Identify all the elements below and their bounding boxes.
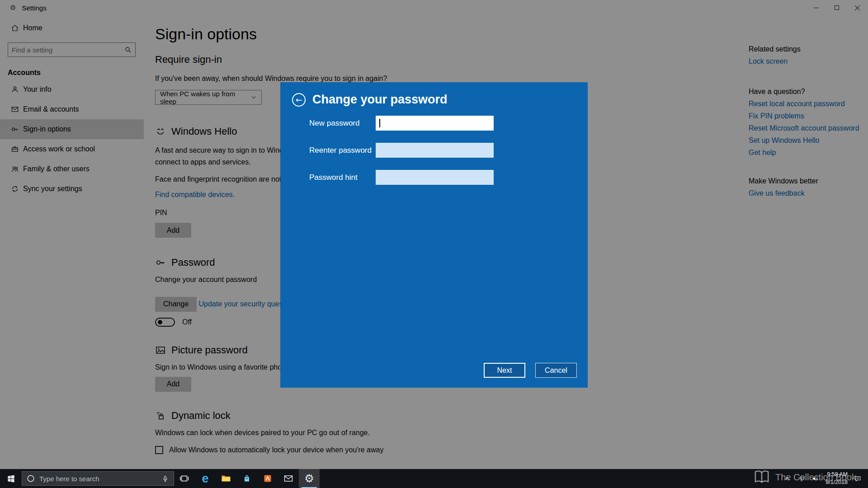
window-title: Settings (22, 4, 46, 12)
lock-signal-icon (155, 410, 166, 421)
reset-microsoft-account-password-link[interactable]: Reset Microsoft account password (749, 124, 862, 132)
dropdown-selected-value: When PC wakes up from sleep (160, 90, 251, 105)
store-icon (241, 473, 252, 484)
windows-hello-heading: Windows Hello (171, 126, 237, 137)
settings-search-input[interactable] (8, 46, 124, 54)
toggle-state-label: Off (182, 316, 192, 328)
dynamic-lock-heading-row: Dynamic lock (155, 410, 612, 422)
new-password-label: New password (309, 119, 376, 128)
dynamic-lock-desc: Windows can lock when devices paired to … (155, 427, 612, 439)
sidebar-item-your-info[interactable]: Your info (0, 80, 144, 99)
security-questions-toggle[interactable] (155, 318, 175, 327)
sidebar-section-accounts: Accounts (8, 69, 144, 77)
back-arrow-icon[interactable]: ← (292, 93, 306, 107)
sidebar-item-access-work-school[interactable]: Access work or school (0, 139, 144, 159)
volume-icon[interactable] (811, 475, 819, 483)
require-sign-in-dropdown[interactable]: When PC wakes up from sleep (155, 90, 262, 105)
minimize-button[interactable] (806, 0, 826, 15)
edge-button[interactable]: e (195, 469, 216, 488)
people-icon (11, 165, 19, 173)
reset-local-account-password-link[interactable]: Reset local account password (749, 100, 862, 108)
mail-icon (283, 473, 294, 484)
dialog-title: Change your password (312, 93, 448, 107)
lock-screen-link[interactable]: Lock screen (749, 57, 862, 65)
titlebar: ⚙ Settings (0, 0, 868, 15)
sidebar-item-sync-your-settings[interactable]: Sync your settings (0, 179, 144, 199)
dynamic-lock-heading: Dynamic lock (171, 410, 231, 422)
picture-icon (155, 345, 166, 356)
close-icon (855, 5, 860, 10)
sidebar-home-label: Home (23, 24, 42, 32)
related-settings-heading: Related settings (749, 45, 862, 53)
sidebar: Home Accounts Your info Email & accounts… (0, 15, 144, 469)
fix-pin-problems-link[interactable]: Fix PIN problems (749, 112, 862, 120)
pin-add-button[interactable]: Add (155, 223, 191, 238)
taskbar-clock[interactable]: 9:58 AM 9/1/2018 (826, 471, 848, 486)
sidebar-item-sign-in-options[interactable]: Sign-in options (0, 119, 144, 139)
get-help-link[interactable]: Get help (749, 149, 862, 156)
search-icon (124, 46, 132, 53)
page-title: Sign-in options (155, 25, 612, 43)
password-change-button[interactable]: Change (155, 297, 197, 312)
close-button[interactable] (847, 0, 868, 15)
task-view-button[interactable] (174, 469, 195, 488)
microphone-icon[interactable] (161, 475, 169, 483)
file-explorer-icon (221, 473, 231, 484)
password-hint-row: Password hint (280, 170, 588, 185)
taskbar-search-input[interactable] (39, 475, 159, 483)
text-caret (379, 119, 380, 127)
store-button[interactable] (236, 469, 257, 488)
edge-icon: e (202, 473, 208, 485)
network-icon[interactable] (797, 475, 805, 483)
give-us-feedback-link[interactable]: Give us feedback (749, 189, 862, 197)
sidebar-item-label: Sign-in options (23, 125, 71, 133)
clock-date: 9/1/2018 (826, 479, 848, 486)
person-icon (11, 85, 19, 94)
desktop: ⚙ Settings Home Accounts Your info (0, 0, 868, 488)
dynamic-lock-checkbox[interactable] (155, 446, 163, 454)
cancel-button[interactable]: Cancel (535, 363, 577, 378)
picture-password-heading: Picture password (171, 344, 248, 356)
change-password-dialog: ← Change your password New password Reen… (280, 82, 588, 388)
mail-button[interactable] (278, 469, 299, 488)
dialog-header: ← Change your password (280, 82, 588, 107)
password-hint-field-wrap (376, 170, 494, 185)
action-center-icon[interactable] (854, 475, 862, 483)
start-button[interactable] (0, 469, 22, 488)
reenter-password-field[interactable] (376, 143, 494, 158)
key-icon (155, 257, 166, 268)
cortana-circle-icon (26, 474, 35, 483)
dialog-footer: Next Cancel (484, 363, 577, 378)
hidden-icons-chevron-icon[interactable] (783, 475, 791, 483)
sidebar-item-family-other-users[interactable]: Family & other users (0, 159, 144, 179)
picture-password-add-button[interactable]: Add (155, 377, 191, 392)
new-password-field-wrap (376, 116, 494, 131)
briefcase-icon (11, 145, 19, 153)
caption-buttons (806, 0, 868, 15)
sidebar-item-label: Sync your settings (23, 185, 82, 193)
task-view-icon (179, 473, 190, 484)
key-icon (11, 125, 19, 133)
sidebar-item-email-accounts[interactable]: Email & accounts (0, 99, 144, 119)
sidebar-item-home[interactable]: Home (0, 19, 144, 37)
file-explorer-button[interactable] (216, 469, 236, 488)
minimize-icon (814, 8, 819, 8)
password-heading: Password (171, 257, 215, 268)
home-icon (11, 24, 19, 32)
orange-app-button[interactable] (257, 469, 278, 488)
taskbar-search-box[interactable] (22, 471, 174, 486)
sidebar-item-label: Your info (23, 85, 52, 94)
windows-logo-icon (7, 474, 15, 483)
smiley-icon (155, 126, 166, 137)
settings-taskbar-button[interactable]: ⚙ (299, 469, 320, 488)
clock-time: 9:58 AM (826, 471, 848, 479)
next-button[interactable]: Next (484, 363, 525, 378)
password-hint-field[interactable] (376, 170, 494, 185)
system-tray: 9:58 AM 9/1/2018 (783, 469, 868, 488)
maximize-button[interactable] (826, 0, 847, 15)
sidebar-item-label: Email & accounts (23, 105, 79, 113)
set-up-windows-hello-link[interactable]: Set up Windows Hello (749, 136, 862, 144)
find-compatible-devices-link[interactable]: Find compatible devices. (155, 191, 235, 199)
settings-search-box[interactable] (8, 42, 136, 57)
new-password-field[interactable] (376, 116, 494, 131)
